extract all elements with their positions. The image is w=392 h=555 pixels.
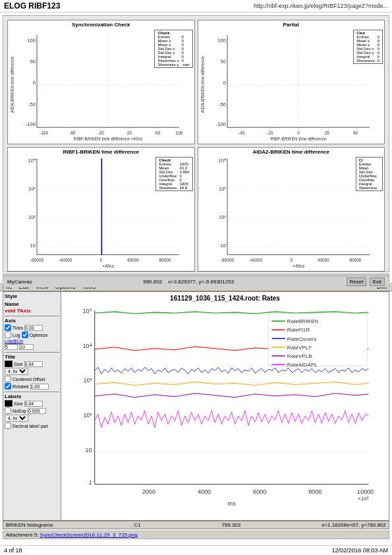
svg-text:10: 10	[30, 243, 35, 248]
svg-text:-100: -100	[40, 131, 48, 135]
labels-size-input[interactable]	[24, 401, 43, 407]
noexp-checkbox[interactable]	[5, 407, 11, 414]
plots-grid: Synchronization Check 100 50 0 -50 -100 …	[3, 16, 389, 276]
rotated-checkbox[interactable]	[5, 383, 11, 390]
root-status-cycle: C1	[134, 522, 140, 528]
svg-text:10²: 10²	[218, 214, 225, 220]
labels-section: Labels Size NoExp 4. helvetica Decimal l…	[5, 394, 59, 429]
svg-text:-100: -100	[26, 121, 36, 127]
div-input1[interactable]	[5, 344, 18, 350]
svg-text:6000: 6000	[253, 488, 266, 495]
svg-text:60: 60	[155, 131, 161, 135]
plot-controls: MyCanvas 990.602 x=3.829377, y=-9.893012…	[3, 276, 389, 287]
rotated-row: Rotated	[5, 383, 59, 390]
svg-text:RIBF-BRIKEN time difference ×4: RIBF-BRIKEN time difference ×40ns	[74, 136, 143, 141]
series-ratevplb	[95, 394, 369, 397]
svg-text:40: 40	[352, 131, 358, 135]
divider1	[5, 316, 59, 316]
svg-text:AIDA-BRIKEN time difference: AIDA-BRIKEN time difference	[10, 56, 14, 113]
svg-text:RIBF-BRIKEN time difference: RIBF-BRIKEN time difference	[270, 136, 326, 141]
svg-text:-100: -100	[215, 121, 225, 127]
centered-label: Centered	[13, 377, 32, 382]
svg-text:10³: 10³	[28, 186, 36, 192]
reset-button[interactable]: Reset	[347, 278, 367, 286]
plot-ribf1-title: RIBF1-BRIKEN time difference	[8, 148, 194, 155]
div-row	[5, 344, 59, 350]
optimize-label: Optimize	[30, 333, 48, 337]
style-label: Style	[5, 293, 59, 299]
log-label: Log	[13, 333, 20, 337]
exit-button[interactable]: Exit	[370, 278, 385, 286]
attachment5-link[interactable]: SyncCheckScreen2016.11.29_3_725.png	[40, 532, 138, 538]
labels-size-row: Size	[5, 400, 59, 407]
svg-text:-60: -60	[69, 131, 76, 135]
optimize-checkbox[interactable]	[22, 332, 28, 338]
svg-text:RateClovers: RateClovers	[287, 336, 317, 342]
page-url: http://ribf-exp.riken.jp/elog/RIBF123/pa…	[254, 3, 388, 9]
title-font-select[interactable]: 4. helvetica	[5, 368, 28, 375]
svg-text:10²: 10²	[83, 412, 92, 419]
title-size-input[interactable]	[24, 361, 43, 367]
title-color-box	[5, 361, 13, 367]
svg-text:10³: 10³	[218, 186, 225, 192]
svg-text:20: 20	[127, 131, 132, 135]
rotated-label: Rotated	[13, 384, 29, 389]
svg-text:4000: 4000	[198, 488, 211, 495]
ticks-checkbox[interactable]	[5, 324, 11, 331]
svg-text:ms: ms	[228, 500, 237, 507]
name-value: void TAxis	[5, 308, 59, 314]
labels-offset-input[interactable]	[28, 408, 46, 414]
series-ratebriken	[95, 312, 369, 314]
svg-text:10²: 10²	[28, 214, 36, 220]
div-input2[interactable]	[19, 344, 34, 350]
centered-checkbox[interactable]	[5, 376, 11, 382]
svg-text:0: 0	[290, 258, 293, 262]
ticks-input[interactable]	[24, 325, 43, 331]
svg-text:80000: 80000	[349, 258, 361, 262]
attachment5-label: Attachment 5: SyncCheckScreen2016.11.29_…	[6, 532, 138, 538]
svg-text:-80000: -80000	[30, 258, 44, 262]
svg-text:10: 10	[220, 243, 225, 248]
name-section: Name void TAxis	[5, 301, 59, 314]
svg-text:10: 10	[86, 447, 92, 453]
page-header: ELOG RIBF123 http://ribf-exp.riken.jp/el…	[0, 0, 392, 13]
log-link[interactable]: Log@Lin	[5, 339, 23, 343]
plot-partial: Partial 100 50 0 -50 -100 -40 -20 0 20 4…	[198, 20, 385, 144]
svg-text:10⁴: 10⁴	[218, 158, 225, 163]
svg-text:AIDA-BRIKEN time difference: AIDA-BRIKEN time difference	[200, 56, 205, 113]
plot-buttons: Reset Exit	[345, 278, 385, 286]
chart-svg: 10⁵ 10⁴ 10³ 10² 10 1 2000 4000 6000 8000…	[61, 303, 389, 511]
chart-area: 161129_1036_115_1424.root: Rates 10⁵ 10⁴…	[61, 292, 389, 520]
rotated-input[interactable]	[30, 384, 49, 390]
svg-text:RateVPLB: RateVPLB	[287, 353, 312, 359]
plot-sync-title: Synchronization Check	[8, 20, 194, 28]
svg-text:0: 0	[297, 131, 300, 135]
stats-sync: Check Entries0 Mean x0 Mean y0 Std Dev x…	[154, 30, 192, 68]
stats-aida2: Cl Entries Mean Std Dev Underflow Overfl…	[356, 157, 383, 191]
series-rateaidapl	[95, 411, 369, 427]
svg-text:80000: 80000	[159, 258, 171, 262]
svg-text:RateBRIKEN: RateBRIKEN	[287, 318, 318, 324]
svg-text:-50: -50	[28, 102, 36, 107]
title-size-label: Size	[14, 362, 23, 366]
plot-partial-title: Partial	[198, 20, 385, 28]
svg-text:8000: 8000	[308, 488, 322, 495]
style-section: Style	[5, 293, 59, 299]
stats-partial: Clve Entries0 Mean x0 Mean y0 Std Dev x0…	[353, 30, 383, 64]
svg-text:100: 100	[27, 38, 36, 44]
divider2	[5, 352, 59, 353]
svg-text:20: 20	[324, 131, 329, 135]
decimal-checkbox[interactable]	[5, 423, 11, 429]
svg-text:RateVPLT: RateVPLT	[287, 345, 312, 351]
labels-font-row: 4. helvetica	[5, 415, 59, 422]
log-checkbox[interactable]	[5, 332, 11, 338]
svg-text:100: 100	[217, 38, 226, 44]
decimal-row: Decimal label/ part	[5, 423, 59, 429]
svg-text:×40ns: ×40ns	[293, 264, 304, 268]
svg-text:2000: 2000	[142, 488, 155, 495]
svg-text:50: 50	[30, 59, 35, 65]
stats-ribf1: Check Entries1905 Mean43.2 Std Dev3.860 …	[155, 157, 192, 191]
labels-font-select[interactable]: 4. helvetica	[5, 415, 28, 422]
plot-aida2-title: AIDA2-BRIKEN time difference	[198, 148, 385, 155]
title-font-row: 4. helvetica	[5, 368, 59, 375]
